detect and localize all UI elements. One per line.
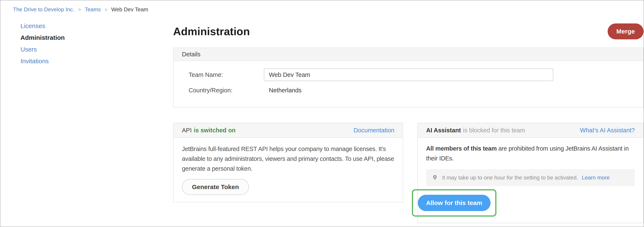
details-panel: Details Team Name: Country/Region: Nethe… <box>173 48 644 108</box>
breadcrumb-company-link[interactable]: The Drive to Develop Inc. <box>13 6 74 13</box>
details-panel-title: Details <box>174 48 643 61</box>
generate-token-button[interactable]: Generate Token <box>182 179 249 195</box>
ai-assistant-label: AI Assistant <box>426 127 461 134</box>
api-card-title: APIis switched on <box>182 127 236 134</box>
ai-description-bold: All members of this team <box>426 145 497 152</box>
title-row: Administration Merge <box>173 23 644 40</box>
breadcrumb: The Drive to Develop Inc. > Teams > Web … <box>0 1 644 13</box>
details-panel-body: Team Name: Country/Region: Netherlands <box>174 61 643 107</box>
api-description: JetBrains full-featured REST API helps y… <box>174 138 403 174</box>
sidebar: Licenses Administration Users Invitation… <box>0 23 173 223</box>
documentation-link[interactable]: Documentation <box>354 127 394 134</box>
api-card-header: APIis switched on Documentation <box>174 123 403 138</box>
sidebar-item-licenses[interactable]: Licenses <box>20 23 173 29</box>
activation-note-text: It may take up to one hour for the setti… <box>442 174 578 181</box>
cards-row: APIis switched on Documentation JetBrain… <box>173 123 644 223</box>
lightbulb-icon <box>432 174 438 181</box>
team-name-input[interactable] <box>264 69 553 81</box>
allow-for-this-team-button[interactable]: Allow for this team <box>418 195 490 211</box>
page-title: Administration <box>173 25 250 38</box>
breadcrumb-teams-link[interactable]: Teams <box>85 6 101 13</box>
country-row: Country/Region: Netherlands <box>188 87 635 94</box>
sidebar-item-administration[interactable]: Administration <box>20 35 173 41</box>
main-panel: Administration Merge Details Team Name: … <box>173 23 644 223</box>
activation-note: It may take up to one hour for the setti… <box>426 169 635 186</box>
api-card: APIis switched on Documentation JetBrain… <box>173 123 403 202</box>
highlight-annotation-box: Allow for this team <box>412 189 496 216</box>
sidebar-item-invitations[interactable]: Invitations <box>20 58 173 64</box>
team-name-row: Team Name: <box>188 69 635 81</box>
learn-more-link[interactable]: Learn more <box>582 174 610 181</box>
ai-card-header: AI Assistantis blocked for this team Wha… <box>418 123 643 138</box>
country-value: Netherlands <box>264 87 302 94</box>
merge-button[interactable]: Merge <box>608 24 644 39</box>
content-area: Licenses Administration Users Invitation… <box>0 23 644 223</box>
api-status-text: is switched on <box>194 127 236 134</box>
chevron-right-icon: > <box>78 7 81 13</box>
chevron-right-icon: > <box>104 7 108 13</box>
ai-assistant-card: AI Assistantis blocked for this team Wha… <box>417 123 644 223</box>
admin-page: The Drive to Develop Inc. > Teams > Web … <box>0 0 644 227</box>
sidebar-item-users[interactable]: Users <box>20 46 173 53</box>
country-label: Country/Region: <box>188 87 264 94</box>
api-label: API <box>182 127 192 134</box>
ai-status-text: is blocked for this team <box>463 127 525 134</box>
ai-card-title: AI Assistantis blocked for this team <box>426 127 525 134</box>
breadcrumb-current-team: Web Dev Team <box>111 6 148 13</box>
ai-description: All members of this team are prohibited … <box>418 138 643 163</box>
whats-ai-assistant-link[interactable]: What’s AI Assistant? <box>580 127 635 134</box>
team-name-label: Team Name: <box>188 71 264 78</box>
